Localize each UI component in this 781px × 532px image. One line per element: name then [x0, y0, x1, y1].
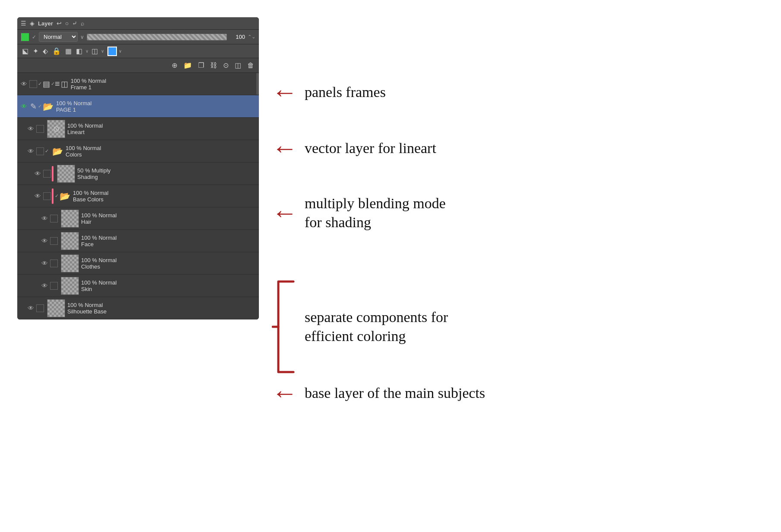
ruler-icon[interactable]: ▦	[64, 46, 73, 56]
layer-name-frame1-line1: 100 % Normal	[71, 78, 259, 84]
text-vector-lineart: vector layer for lineart	[305, 140, 436, 156]
layer-row-skin[interactable]: 👁 100 % Normal Skin	[17, 275, 259, 297]
circle-add-icon[interactable]: ⊙	[222, 60, 230, 70]
chevron-page1[interactable]: ✓	[38, 103, 42, 109]
layer-row-face[interactable]: 👁 100 % Normal Face	[17, 230, 259, 252]
layer-row-frame1[interactable]: 👁 ✓ ▤ ✓ ≡ ◫ 100 % Normal Frame 1	[17, 73, 259, 95]
mask-frame-icon: ◫	[61, 79, 68, 89]
layer-name-page1-line2: PAGE 1	[56, 106, 259, 113]
link-icon[interactable]: ⛓	[209, 61, 218, 70]
edit-icon-page1[interactable]: ✎	[28, 102, 38, 111]
layer-name-colors-line2: Colors	[66, 151, 259, 158]
bracket-svg	[272, 279, 298, 374]
color-swatch[interactable]	[107, 47, 117, 56]
delete-icon[interactable]: 🗑	[246, 61, 255, 70]
lock-lineart[interactable]	[36, 125, 44, 133]
text-panels-frames: panels frames	[305, 84, 386, 100]
eye-icon-shading[interactable]: 👁	[33, 169, 42, 178]
layer-row-silhouette[interactable]: 👁 100 % Normal Silhouette Base	[17, 297, 259, 319]
thumbnail-lineart: ⊙	[47, 120, 65, 138]
thumbnail-skin	[61, 277, 79, 295]
lock-icon[interactable]: 🔒	[51, 46, 62, 56]
layer-list: 👁 ✓ ▤ ✓ ≡ ◫ 100 % Normal Frame 1 👁 ✎ ✓	[17, 73, 259, 319]
toolbar-row2: ✓ Normal Multiply Screen Overlay ∨ 100 ⌃…	[17, 30, 259, 44]
blend-mode-select[interactable]: Normal Multiply Screen Overlay	[39, 32, 78, 42]
thumbnail-hair	[61, 210, 79, 228]
search-icon[interactable]: ⌕	[81, 20, 84, 27]
layer-name-frame1-line2: Frame 1	[71, 84, 259, 91]
lock-frame1[interactable]	[29, 80, 37, 88]
lock-skin[interactable]	[50, 282, 58, 290]
mask-icon[interactable]: ◧	[75, 46, 84, 56]
eye-icon-face[interactable]: 👁	[40, 236, 49, 246]
bookmark-icon[interactable]: ⤶	[72, 20, 77, 27]
layer-row-clothes[interactable]: 👁 100 % Normal Clothes	[17, 252, 259, 275]
export-icon[interactable]: ◫	[233, 60, 242, 70]
layer-color-indicator[interactable]	[21, 33, 29, 41]
layer-row-colors[interactable]: 👁 ✓ 📂 100 % Normal Colors	[17, 140, 259, 163]
eye-icon-silhouette[interactable]: 👁	[26, 304, 35, 313]
circle-icon[interactable]: ○	[65, 20, 69, 27]
new-layer-icon[interactable]: ⊕	[170, 60, 179, 70]
layer-row-lineart[interactable]: 👁 ⊙ 100 % Normal Lineart	[17, 118, 259, 140]
copy-icon[interactable]: ❐	[197, 60, 205, 70]
lock-hair[interactable]	[50, 215, 58, 222]
layer-row-page1[interactable]: 👁 ✎ ✓ 📂 100 % Normal PAGE 1	[17, 95, 259, 118]
select-icon[interactable]: ⬖	[41, 46, 49, 56]
chevron-frame1[interactable]: ✓	[38, 81, 42, 87]
layer-name-clothes-line1: 100 % Normal	[81, 257, 259, 263]
opacity-stepper[interactable]: ⌃⌄	[248, 34, 255, 40]
layer-row-hair[interactable]: 👁 100 % Normal Hair	[17, 207, 259, 230]
eye-icon-hair[interactable]: 👁	[40, 214, 49, 223]
arrow-panels-frames: ←	[272, 82, 298, 103]
lock-shading[interactable]	[43, 170, 51, 178]
lock-base-colors[interactable]	[43, 192, 51, 200]
layer-info-silhouette: 100 % Normal Silhouette Base	[67, 302, 259, 315]
text-base-layer: base layer of the main subjects	[305, 385, 485, 401]
text-components: separate components forefficient colorin…	[305, 308, 448, 346]
erase-chevron: ∨	[101, 49, 104, 53]
hamburger-icon[interactable]: ☰	[21, 20, 26, 27]
layer-info-base-colors: 100 % Normal Base Colors	[73, 190, 259, 203]
vector-icon: ⊙	[53, 124, 60, 134]
main-container: ☰ ◈ Layer ↩ ○ ⤶ ⌕ ✓ Normal Multiply Scre…	[17, 17, 764, 404]
eye-icon-skin[interactable]: 👁	[40, 281, 49, 291]
eye-icon-colors[interactable]: 👁	[26, 147, 35, 156]
layer-row-shading[interactable]: 👁 50 % Multiply Shading	[17, 163, 259, 185]
arrow-multiply: ←	[272, 203, 298, 223]
opacity-slider[interactable]	[87, 34, 227, 41]
eye-icon-lineart[interactable]: 👁	[26, 124, 35, 134]
move-icon[interactable]: ✦	[31, 46, 40, 56]
layer-info-frame1: 100 % Normal Frame 1	[71, 78, 259, 91]
new-folder-icon[interactable]: 📁	[182, 60, 193, 70]
text-multiply: multiply blending modefor shading	[305, 194, 446, 232]
lock-colors[interactable]	[36, 147, 44, 155]
lock-face[interactable]	[50, 237, 58, 245]
eye-icon-page1[interactable]: 👁	[19, 102, 28, 111]
visibility-check[interactable]: ✓	[32, 34, 36, 40]
eye-icon-frame1[interactable]: 👁	[19, 79, 28, 89]
arrow-vector-lineart: ←	[272, 138, 298, 159]
layer-info-hair: 100 % Normal Hair	[81, 212, 259, 225]
undo-icon[interactable]: ↩	[57, 20, 62, 27]
layer-row-base-colors[interactable]: 👁 ✓ 📂 100 % Normal Base Colors	[17, 185, 259, 207]
check-frame: ✓	[51, 81, 55, 87]
color-chevron: ∨	[119, 49, 122, 53]
chevron-colors[interactable]: ✓	[45, 148, 49, 154]
lock-clothes[interactable]	[50, 260, 58, 267]
arrow-base-layer: ←	[272, 383, 298, 404]
layer-info-shading: 50 % Multiply Shading	[77, 167, 259, 180]
layers-icon[interactable]: ◈	[30, 20, 35, 27]
eye-icon-clothes[interactable]: 👁	[40, 259, 49, 268]
transform-icon[interactable]: ⬕	[21, 46, 30, 56]
layer-name-base-colors-line2: Base Colors	[73, 196, 259, 203]
erase-icon[interactable]: ◫	[90, 46, 99, 56]
chevron-base-colors[interactable]: ✓	[55, 193, 59, 199]
toolbar-row4: ⊕ 📁 ❐ ⛓ ⊙ ◫ 🗑	[17, 58, 259, 73]
layer-name-shading-line1: 50 % Multiply	[77, 167, 259, 174]
eye-icon-base-colors[interactable]: 👁	[33, 191, 42, 201]
lock-silhouette[interactable]	[36, 304, 44, 312]
layer-name-skin-line1: 100 % Normal	[81, 279, 259, 286]
layer-name-silhouette-line1: 100 % Normal	[67, 302, 259, 308]
scrollbar[interactable]	[256, 73, 259, 95]
